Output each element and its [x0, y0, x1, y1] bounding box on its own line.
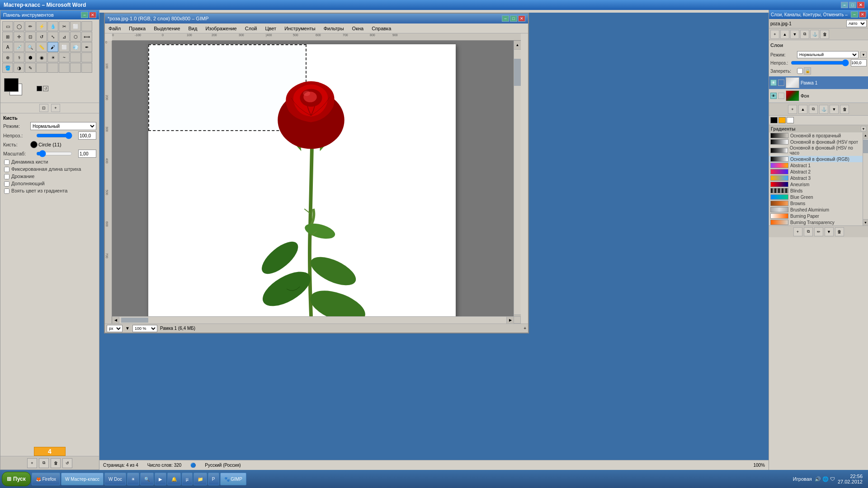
layer-bottom-dup2[interactable]: ⧉: [809, 105, 818, 114]
layer-opacity-input[interactable]: [851, 59, 867, 66]
unit-select[interactable]: px: [107, 325, 123, 332]
gradient-color-checkbox[interactable]: [4, 188, 9, 194]
layer-del[interactable]: 🗑: [820, 30, 829, 39]
additional-checkbox[interactable]: [4, 181, 9, 187]
layer-item-bg[interactable]: 👁 Фон: [769, 89, 868, 103]
tool-bottom-refresh[interactable]: ↺: [62, 458, 72, 468]
menu-view[interactable]: Вид: [187, 26, 199, 31]
layer-eye-bg[interactable]: 👁: [770, 93, 777, 99]
gradient-brushed-aluminium[interactable]: Brushed Aluminium: [769, 206, 863, 213]
layer-mode-select[interactable]: Нормальный: [797, 51, 859, 58]
menu-file[interactable]: Файл: [107, 26, 123, 31]
resize-corner[interactable]: [514, 316, 521, 324]
gradients-scrollbar[interactable]: ▲ ▼: [863, 132, 868, 225]
color-swatch-white[interactable]: [787, 117, 794, 123]
lock-alpha-checkbox[interactable]: [797, 67, 803, 75]
image-select[interactable]: Авто: [846, 20, 867, 27]
scroll-right[interactable]: ▶: [506, 317, 514, 324]
gimp-expand[interactable]: +: [524, 326, 526, 331]
tool-heal[interactable]: ⚕: [14, 52, 24, 62]
lock-icon[interactable]: 🔒: [804, 67, 811, 75]
menu-color[interactable]: Цвет: [263, 26, 278, 31]
tool-flip[interactable]: ⟺: [81, 32, 92, 42]
scroll-thumb-h[interactable]: [121, 318, 148, 323]
close-button[interactable]: ✕: [857, 2, 864, 8]
layer-bottom-new2[interactable]: +: [788, 105, 797, 114]
tool-dodge-burn[interactable]: ☀: [47, 52, 58, 62]
taskbar-firefox[interactable]: 🦊 Firefox: [32, 473, 60, 485]
tool-eraser[interactable]: ⬜: [59, 42, 70, 52]
gimp-close[interactable]: ✕: [518, 15, 525, 22]
gradient-abstract2[interactable]: Abstract 2: [769, 169, 863, 175]
grad-btn-4[interactable]: ▼: [825, 227, 834, 236]
menu-filters[interactable]: Фильтры: [322, 26, 346, 31]
tool-bottom-dup[interactable]: ⧉: [39, 458, 49, 468]
gimp-maximize[interactable]: □: [510, 15, 517, 22]
view-zoom-1[interactable]: +: [51, 104, 60, 112]
menu-edit[interactable]: Правка: [127, 26, 147, 31]
menu-select[interactable]: Выделение: [152, 26, 182, 31]
gradient-browns[interactable]: Browns: [769, 200, 863, 206]
canvas-vscrollbar[interactable]: ▲ ▼: [514, 41, 521, 324]
tool-scale[interactable]: ⤡: [47, 32, 58, 42]
grad-scroll-thumb[interactable]: [863, 140, 868, 153]
layers-minimize[interactable]: –: [851, 11, 858, 18]
tool-bottom-del[interactable]: 🗑: [51, 458, 61, 468]
tool-fuzzy-select[interactable]: ⚡: [36, 21, 47, 31]
taskbar-ppt[interactable]: P: [208, 473, 219, 485]
gradient-fg-bg-hsv-cw[interactable]: Основной в фоновый (HSV по часо: [769, 145, 863, 156]
layer-link-bg[interactable]: [778, 93, 784, 99]
color-swatch-orange[interactable]: [778, 117, 786, 123]
taskbar-notify[interactable]: 🔔: [167, 473, 181, 485]
tool-ellipse-select[interactable]: ◯: [14, 21, 24, 31]
grad-scroll-up[interactable]: ▲: [863, 132, 868, 139]
taskbar-folder[interactable]: 📁: [193, 473, 207, 485]
start-button[interactable]: ⊞ Пуск: [2, 472, 31, 486]
fixed-length-checkbox[interactable]: [4, 167, 9, 172]
layer-item-frame[interactable]: 👁 Рамка 1: [769, 76, 868, 89]
zoom-select[interactable]: 100 %: [132, 325, 157, 332]
scroll-thumb-v[interactable]: [514, 59, 521, 86]
layer-dup[interactable]: ⧉: [800, 30, 809, 39]
reset-colors[interactable]: ↺: [43, 86, 48, 91]
grad-btn-5[interactable]: 🗑: [835, 227, 844, 236]
tool-colorpicker[interactable]: 💉: [14, 42, 24, 52]
tool-bucket-fill[interactable]: 🪣: [2, 63, 13, 73]
taskbar-gimp[interactable]: 🐾 GIMP: [220, 473, 246, 485]
scroll-up[interactable]: ▲: [514, 41, 521, 50]
layer-down[interactable]: ▼: [790, 30, 799, 39]
jitter-checkbox[interactable]: [4, 174, 9, 179]
canvas-area[interactable]: ▲ ▼ ◀ ▶: [112, 41, 521, 324]
tool-ink[interactable]: ✒: [81, 42, 92, 52]
scale-slider[interactable]: [36, 150, 72, 157]
layer-bottom-down2[interactable]: ▼: [830, 105, 839, 114]
tool-blend[interactable]: ◑: [14, 63, 24, 73]
tool-clone[interactable]: ⊕: [2, 52, 13, 62]
tool-paintbrush[interactable]: 🖌: [47, 42, 58, 52]
layer-opacity-slider[interactable]: [791, 59, 849, 66]
menu-layer[interactable]: Слой: [243, 26, 259, 31]
tool-move[interactable]: ✛: [14, 32, 24, 42]
tool-measure[interactable]: 📏: [36, 42, 47, 52]
gradient-fg-bg-rgb[interactable]: Основной в фоновый (RGB): [769, 156, 863, 162]
opacity-input[interactable]: [78, 131, 96, 140]
layer-bottom-anchor2[interactable]: ⚓: [819, 105, 828, 114]
tool-perspective-clone[interactable]: ⬢: [25, 52, 36, 62]
taskbar-word[interactable]: W Мастер-класс: [61, 473, 104, 485]
tool-foreground-select[interactable]: ⬜: [70, 21, 81, 31]
tool-lasso[interactable]: ✏: [25, 21, 36, 31]
gradient-abstract1[interactable]: Abstract 1: [769, 162, 863, 169]
gradient-aneurism[interactable]: Aneurism: [769, 181, 863, 188]
menu-tools[interactable]: Инструменты: [283, 26, 317, 31]
taskbar-search[interactable]: 🔍: [140, 473, 154, 485]
grad-btn-3[interactable]: ✏: [814, 227, 823, 236]
brush-selector[interactable]: Circle (11): [30, 141, 96, 148]
tool-rotate[interactable]: ↺: [36, 32, 47, 42]
layer-link-frame[interactable]: [778, 80, 784, 86]
gimp-minimize[interactable]: –: [502, 15, 509, 22]
taskbar-player[interactable]: ▶: [155, 473, 166, 485]
grad-scroll-down[interactable]: ▼: [863, 219, 868, 225]
tool-pencil[interactable]: ✎: [25, 63, 36, 73]
tool-shear[interactable]: ⊿: [59, 32, 70, 42]
gradient-fg-bg-hsv-ccw[interactable]: Основной в фоновый (HSV прот: [769, 139, 863, 145]
